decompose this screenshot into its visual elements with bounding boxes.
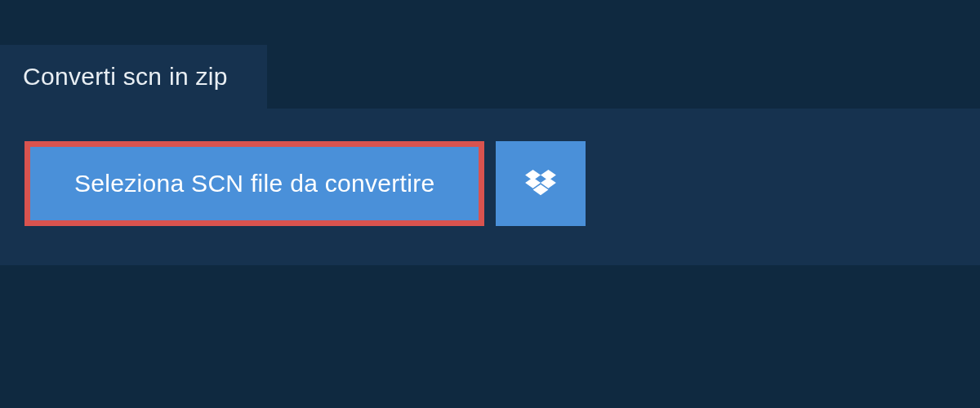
dropbox-icon (525, 170, 556, 197)
select-file-label: Seleziona SCN file da convertire (74, 170, 434, 197)
button-row: Seleziona SCN file da convertire (24, 141, 956, 226)
dropbox-button[interactable] (496, 141, 586, 226)
select-file-button[interactable]: Seleziona SCN file da convertire (24, 141, 484, 226)
content-panel: Seleziona SCN file da convertire (0, 109, 980, 265)
tab-label: Converti scn in zip (23, 63, 228, 90)
tab-convert[interactable]: Converti scn in zip (0, 45, 267, 109)
